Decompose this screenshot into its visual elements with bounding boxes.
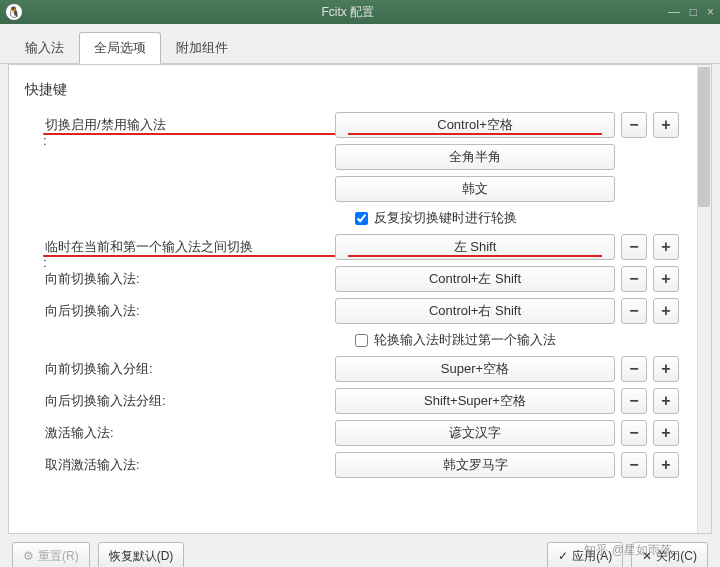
apply-button-label: 应用(A) — [572, 548, 612, 565]
hotkey-backward[interactable]: Control+右 Shift — [335, 298, 615, 324]
add-button[interactable]: + — [653, 112, 679, 138]
checkbox-repeat-toggle[interactable] — [355, 212, 368, 225]
section-shortcuts-title: 快捷键 — [25, 75, 695, 109]
hotkey-activate[interactable]: 谚文汉字 — [335, 420, 615, 446]
titlebar: 🐧 Fcitx 配置 — □ × — [0, 0, 720, 24]
tab-global-options[interactable]: 全局选项 — [79, 32, 161, 64]
hotkey-deactivate[interactable]: 韩文罗马字 — [335, 452, 615, 478]
check-icon: ✓ — [558, 549, 568, 563]
row-forward-group: 向前切换输入分组 Super+空格 − + — [25, 353, 695, 385]
row-forward: 向前切换输入法 Control+左 Shift − + — [25, 263, 695, 295]
add-button[interactable]: + — [653, 388, 679, 414]
label-toggle-enable: 切换启用/禁用输入法 — [25, 116, 335, 134]
row-temp-switch: 临时在当前和第一个输入法之间切换 左 Shift − + — [25, 231, 695, 263]
remove-button[interactable]: − — [621, 234, 647, 260]
reset-button[interactable]: ⚙ 重置(R) — [12, 542, 90, 567]
scrollbar[interactable] — [697, 65, 711, 533]
remove-button[interactable]: − — [621, 298, 647, 324]
row-deactivate: 取消激活输入法 韩文罗马字 − + — [25, 449, 695, 481]
close-dialog-button[interactable]: ✕ 关闭(C) — [631, 542, 708, 567]
hotkey-hangul[interactable]: 韩文 — [335, 176, 615, 202]
checkbox-skip-first-label: 轮换输入法时跳过第一个输入法 — [374, 331, 556, 349]
label-activate: 激活输入法 — [25, 424, 335, 442]
reset-button-label: 重置(R) — [38, 548, 79, 565]
remove-button[interactable]: − — [621, 112, 647, 138]
add-button[interactable]: + — [653, 298, 679, 324]
hotkey-fullhalf[interactable]: 全角半角 — [335, 144, 615, 170]
restore-default-label: 恢复默认(D) — [109, 548, 174, 565]
bottom-bar: ⚙ 重置(R) 恢复默认(D) ✓ 应用(A) ✕ 关闭(C) 知乎 @星如雨落 — [0, 534, 720, 567]
row-toggle-enable: 切换启用/禁用输入法 Control+空格 − + — [25, 109, 695, 141]
remove-button[interactable]: − — [621, 420, 647, 446]
label-deactivate: 取消激活输入法 — [25, 456, 335, 474]
checkbox-skip-first-row: 轮换输入法时跳过第一个输入法 — [25, 327, 695, 353]
add-button[interactable]: + — [653, 420, 679, 446]
remove-button[interactable]: − — [621, 388, 647, 414]
remove-button[interactable]: − — [621, 452, 647, 478]
hotkey-temp-switch[interactable]: 左 Shift — [335, 234, 615, 260]
tab-input-method[interactable]: 输入法 — [10, 32, 79, 63]
apply-button[interactable]: ✓ 应用(A) — [547, 542, 623, 567]
row-fullhalf: 全角半角 — [25, 141, 695, 173]
x-icon: ✕ — [642, 549, 652, 563]
row-backward-group: 向后切换输入法分组 Shift+Super+空格 − + — [25, 385, 695, 417]
window-title: Fcitx 配置 — [28, 4, 668, 21]
add-button[interactable]: + — [653, 234, 679, 260]
add-button[interactable]: + — [653, 356, 679, 382]
checkbox-repeat-toggle-label: 反复按切换键时进行轮换 — [374, 209, 517, 227]
row-hangul: 韩文 — [25, 173, 695, 205]
hotkey-forward[interactable]: Control+左 Shift — [335, 266, 615, 292]
row-activate: 激活输入法 谚文汉字 − + — [25, 417, 695, 449]
app-icon: 🐧 — [6, 4, 22, 20]
window-controls: — □ × — [668, 5, 714, 19]
gear-icon: ⚙ — [23, 549, 34, 563]
remove-button[interactable]: − — [621, 266, 647, 292]
row-backward: 向后切换输入法 Control+右 Shift − + — [25, 295, 695, 327]
label-forward: 向前切换输入法 — [25, 270, 335, 288]
add-button[interactable]: + — [653, 452, 679, 478]
tab-addons[interactable]: 附加组件 — [161, 32, 243, 63]
label-temp-switch: 临时在当前和第一个输入法之间切换 — [25, 238, 335, 256]
close-dialog-label: 关闭(C) — [656, 548, 697, 565]
remove-button[interactable]: − — [621, 356, 647, 382]
minimize-button[interactable]: — — [668, 5, 680, 19]
hotkey-toggle-enable[interactable]: Control+空格 — [335, 112, 615, 138]
content-area: 快捷键 切换启用/禁用输入法 Control+空格 − + 全角半角 韩文 反复… — [8, 64, 712, 534]
label-forward-group: 向前切换输入分组 — [25, 360, 335, 378]
hotkey-forward-group[interactable]: Super+空格 — [335, 356, 615, 382]
add-button[interactable]: + — [653, 266, 679, 292]
checkbox-skip-first[interactable] — [355, 334, 368, 347]
restore-default-button[interactable]: 恢复默认(D) — [98, 542, 185, 567]
scrollbar-thumb[interactable] — [698, 67, 710, 207]
close-button[interactable]: × — [707, 5, 714, 19]
hotkey-backward-group[interactable]: Shift+Super+空格 — [335, 388, 615, 414]
tab-bar: 输入法 全局选项 附加组件 — [0, 24, 720, 64]
label-backward-group: 向后切换输入法分组 — [25, 392, 335, 410]
checkbox-repeat-toggle-row: 反复按切换键时进行轮换 — [25, 205, 695, 231]
label-backward: 向后切换输入法 — [25, 302, 335, 320]
maximize-button[interactable]: □ — [690, 5, 697, 19]
